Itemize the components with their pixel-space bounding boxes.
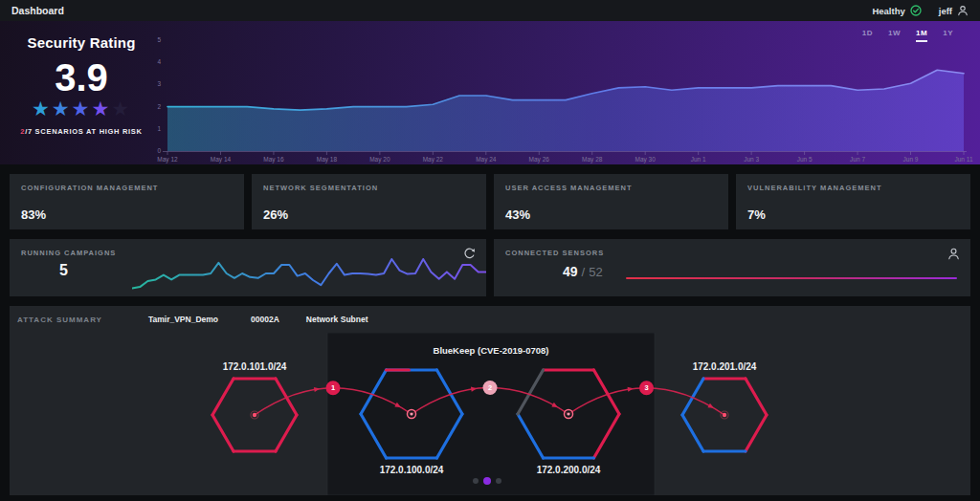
metric-value: 26% [263,207,288,222]
connected-sensors-card[interactable]: CONNECTED SENSORS 49 / 52 [494,239,970,296]
svg-text:May 18: May 18 [317,156,338,163]
running-campaigns-count: 5 [59,262,68,279]
node-label: 172.0.101.0/24 [223,361,287,372]
user-menu[interactable]: jeff [939,5,969,16]
campaign-name[interactable]: Tamir_VPN_Demo [148,315,218,324]
health-status-label: Healthy [872,6,904,16]
user-icon [957,5,969,16]
dashboard-app: Dashboard Healthy jeff 012345May 12May 1… [0,0,980,501]
svg-text:1: 1 [331,383,335,392]
svg-text:3: 3 [644,383,648,392]
star-icon: ★ [91,98,111,119]
health-check-icon [910,5,922,16]
security-score: 3.9 [0,58,163,97]
sensors-total: 52 [589,265,602,279]
campaigns-sparkline-chart [132,254,486,293]
pagination-dots [473,477,501,485]
sensors-gradient-line [626,277,957,279]
metric-card-user-access-management[interactable]: USER ACCESS MANAGEMENT 43% [494,174,728,229]
sensors-separator: / [582,265,586,279]
node-label: 172.0.100.0/24 [380,465,444,475]
svg-text:Jun 3: Jun 3 [744,156,759,163]
star-icon: ★ [32,98,52,119]
svg-text:May 22: May 22 [423,156,444,163]
svg-text:2: 2 [488,383,492,392]
metric-value: 83% [21,207,46,222]
metric-label: VULNERABILITY MANAGEMENT [747,184,882,192]
star-rating: ★★★★★ [0,98,163,119]
connected-sensors-label: CONNECTED SENSORS [505,249,604,257]
node-label: 172.0.200.0/24 [537,465,601,475]
attack-visualization: BlueKeep (CVE-2019-0708)172.0.101.0/2417… [10,333,970,495]
metric-card-vulnerability-management[interactable]: VULNERABILITY MANAGEMENT 7% [736,174,970,229]
attack-node-172.0.201.0/24[interactable]: 172.0.201.0/24 [682,361,767,451]
attack-summary-label: ATTACK SUMMARY [17,316,102,324]
exploit-title: BlueKeep (CVE-2019-0708) [434,345,549,356]
top-bar: Dashboard Healthy jeff [0,0,980,21]
metric-label: USER ACCESS MANAGEMENT [505,184,633,192]
metric-label: CONFIGURATION MANAGEMENT [21,184,158,192]
security-rating-hero: 012345May 12May 14May 16May 18May 20May … [0,21,980,164]
svg-text:Jun 5: Jun 5 [797,156,813,163]
running-campaigns-label: RUNNING CAMPAIGNS [21,249,116,257]
security-rating-panel: Security Rating 3.9 ★★★★★ 2/7 SCENARIOS … [0,21,163,164]
user-name: jeff [939,6,952,16]
campaign-id: 00002A [251,315,279,324]
risk-label: /7 SCENARIOS AT HIGH RISK [25,127,143,136]
svg-text:May 16: May 16 [263,156,284,163]
running-campaigns-card[interactable]: RUNNING CAMPAIGNS 5 [10,239,486,296]
pagination-dot-2[interactable] [483,477,491,485]
metric-cards-row: CONFIGURATION MANAGEMENT 83% NETWORK SEG… [10,174,970,229]
attack-map-chart: BlueKeep (CVE-2019-0708)172.0.101.0/2417… [10,333,970,495]
svg-text:Jun 7: Jun 7 [850,156,865,163]
svg-text:Jun 11: Jun 11 [954,156,972,163]
timeframe-selector: 1D1W1M1Y [862,29,953,42]
health-status[interactable]: Healthy [872,5,921,16]
metric-value: 43% [505,207,530,222]
timeframe-1y[interactable]: 1Y [943,29,953,42]
timeframe-1m[interactable]: 1M [916,29,927,42]
node-label: 172.0.201.0/24 [693,361,757,372]
attack-node-172.0.101.0/24[interactable]: 172.0.101.0/24 [212,361,297,451]
svg-text:May 24: May 24 [476,156,497,163]
star-icon: ★ [72,98,92,119]
svg-text:Jun 9: Jun 9 [903,156,919,163]
svg-text:May 14: May 14 [211,156,232,163]
status-row: RUNNING CAMPAIGNS 5 CONNECTED SENSORS 49… [10,239,970,296]
attack-summary-panel: ATTACK SUMMARY Tamir_VPN_Demo 00002A Net… [10,306,970,495]
svg-text:May 26: May 26 [529,156,550,163]
pagination-dot-3[interactable] [496,478,501,484]
svg-text:May 20: May 20 [369,156,390,163]
timeframe-1d[interactable]: 1D [862,29,873,42]
metric-label: NETWORK SEGMENTATION [263,184,378,192]
scenario-type: Network Subnet [306,315,368,324]
star-icon: ★ [111,98,131,119]
sensors-user-icon[interactable] [947,247,961,261]
star-icon: ★ [52,98,72,119]
metric-value: 7% [747,207,766,222]
attack-summary-header: ATTACK SUMMARY Tamir_VPN_Demo 00002A Net… [10,306,970,333]
sensors-count: 49 / 52 [563,264,603,279]
svg-text:Jun 1: Jun 1 [691,156,706,163]
risk-scenarios-text: 2/7 SCENARIOS AT HIGH RISK [0,127,163,136]
pagination-dot-1[interactable] [473,478,479,484]
metric-card-configuration-management[interactable]: CONFIGURATION MANAGEMENT 83% [10,174,244,229]
page-title: Dashboard [11,5,64,16]
timeframe-1w[interactable]: 1W [888,29,901,42]
metric-card-network-segmentation[interactable]: NETWORK SEGMENTATION 26% [252,174,486,229]
security-rating-title: Security Rating [0,21,163,51]
topbar-right: Healthy jeff [872,5,969,16]
sensors-connected: 49 [563,264,578,279]
svg-text:May 28: May 28 [582,156,603,163]
svg-text:May 30: May 30 [635,156,657,163]
